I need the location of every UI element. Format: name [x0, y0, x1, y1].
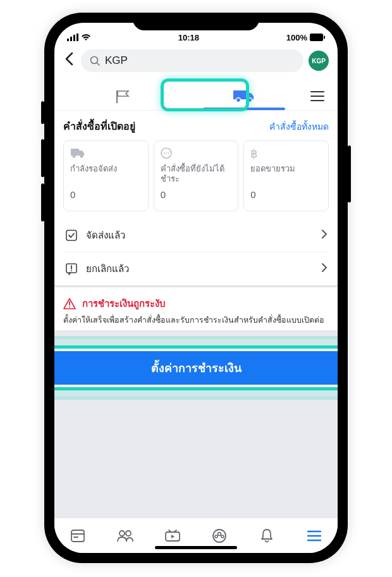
side-button — [41, 139, 44, 177]
svg-point-18 — [166, 152, 167, 154]
bell-icon — [260, 528, 274, 543]
svg-point-15 — [80, 155, 83, 158]
setup-payment-button[interactable]: ตั้งค่าการชำระเงิน — [54, 351, 338, 385]
search-icon — [90, 56, 100, 66]
all-orders-link[interactable]: คำสั่งซื้อทั้งหมด — [269, 120, 329, 133]
warning-icon — [63, 298, 76, 309]
search-value: KGP — [105, 54, 128, 67]
signal-icon — [67, 34, 78, 41]
alert-description: ตั้งค่าให้เสร็จเพื่อสร้างคำสั่งซื้อและรั… — [63, 315, 329, 326]
screen: 10:18 100% KGP KGP — [54, 23, 338, 553]
payment-alert: การชำระเงินถูกระงับ ตั้งค่าให้เสร็จเพื่อ… — [54, 285, 338, 330]
svg-rect-21 — [66, 230, 77, 240]
nav-groups[interactable] — [207, 523, 232, 549]
menu-button[interactable] — [305, 90, 330, 102]
row-label: จัดส่งแล้ว — [86, 228, 314, 243]
side-button — [348, 146, 351, 202]
svg-point-30 — [119, 531, 125, 536]
flag-icon — [114, 89, 131, 104]
stat-unpaid[interactable]: คำสั่งซื้อที่ยังไม่ได้ชำระ 0 — [154, 140, 239, 211]
svg-point-26 — [69, 306, 70, 307]
open-orders-section: คำสั่งซื้อที่เปิดอยู่ คำสั่งซื้อทั้งหมด … — [54, 111, 338, 216]
cta-label: ตั้งค่าการชำระเงิน — [151, 362, 242, 375]
section-title: คำสั่งซื้อที่เปิดอยู่ — [63, 118, 135, 134]
svg-rect-27 — [71, 530, 84, 542]
status-battery: 100% — [286, 33, 325, 42]
nav-friends[interactable] — [113, 523, 138, 549]
svg-point-19 — [168, 152, 169, 154]
phone-frame: 10:18 100% KGP KGP — [44, 13, 348, 563]
svg-rect-4 — [310, 34, 323, 41]
stat-label: กำลังรอจัดส่ง — [70, 164, 142, 185]
stat-grid: กำลังรอจัดส่ง 0 คำสั่งซื้อที่ยังไม่ได้ชำ… — [63, 140, 329, 211]
battery-icon — [310, 34, 325, 41]
friends-icon — [116, 529, 134, 543]
section-header: คำสั่งซื้อที่เปิดอยู่ คำสั่งซื้อทั้งหมด — [63, 118, 329, 134]
svg-point-31 — [126, 531, 131, 536]
groups-icon — [212, 528, 227, 543]
status-signal — [67, 34, 91, 41]
hamburger-icon — [310, 90, 324, 102]
stat-value: 0 — [161, 189, 232, 200]
tabs — [54, 78, 338, 111]
nav-watch[interactable] — [160, 523, 185, 549]
order-status-rows: จัดส่งแล้ว ยกเลิกแล้ว — [54, 216, 338, 285]
wifi-icon — [81, 34, 91, 41]
chevron-left-icon — [64, 52, 73, 66]
chevron-right-icon — [321, 229, 328, 242]
tab-highlight — [161, 78, 249, 111]
svg-point-36 — [218, 532, 221, 535]
cta-highlight: ตั้งค่าการชำระเงิน — [54, 339, 338, 397]
comment-alert-icon — [65, 263, 78, 275]
svg-point-14 — [73, 155, 76, 158]
battery-percent: 100% — [286, 33, 307, 42]
row-label: ยกเลิกแล้ว — [86, 261, 314, 276]
nav-notifications[interactable] — [254, 523, 279, 549]
side-button — [41, 183, 44, 221]
home-indicator — [155, 546, 237, 549]
chevron-right-icon — [321, 263, 328, 276]
avatar[interactable]: KGP — [309, 51, 329, 71]
feed-icon — [70, 529, 85, 543]
truck-icon — [70, 147, 85, 159]
alert-title-row: การชำระเงินถูกระงับ — [63, 296, 329, 311]
svg-rect-3 — [77, 34, 78, 41]
back-button[interactable] — [62, 52, 76, 70]
row-cancelled[interactable]: ยกเลิกแล้ว — [63, 252, 329, 285]
baht-icon: ฿ — [250, 147, 259, 160]
svg-text:฿: ฿ — [250, 147, 257, 160]
stat-pending-shipping[interactable]: กำลังรอจัดส่ง 0 — [63, 140, 149, 211]
watch-icon — [164, 530, 181, 542]
status-time: 10:18 — [178, 33, 199, 42]
stat-total-sales[interactable]: ฿ ยอดขายรวม 0 — [243, 140, 329, 211]
row-shipped[interactable]: จัดส่งแล้ว — [63, 219, 329, 252]
stat-value: 0 — [250, 189, 322, 200]
svg-rect-2 — [73, 35, 75, 41]
svg-rect-5 — [324, 36, 325, 39]
nav-feed[interactable] — [65, 523, 90, 549]
stat-label: ยอดขายรวม — [250, 164, 322, 185]
avatar-label: KGP — [312, 58, 326, 65]
hamburger-icon — [307, 530, 321, 542]
svg-line-7 — [97, 63, 99, 65]
header: KGP KGP — [54, 46, 338, 78]
pending-icon — [161, 147, 172, 159]
side-button — [41, 101, 44, 124]
search-input[interactable]: KGP — [81, 49, 303, 72]
nav-menu[interactable] — [302, 523, 327, 549]
cta-highlight-inner: ตั้งค่าการชำระเงิน — [54, 345, 338, 390]
checkbox-icon — [65, 229, 78, 242]
svg-rect-0 — [67, 39, 69, 41]
svg-point-17 — [163, 152, 164, 154]
phone-notch — [133, 13, 259, 30]
alert-title: การชำระเงินถูกระงับ — [82, 296, 166, 311]
stat-label: คำสั่งซื้อที่ยังไม่ได้ชำระ — [161, 164, 232, 185]
svg-point-38 — [221, 535, 224, 538]
stat-value: 0 — [70, 189, 142, 200]
svg-point-24 — [71, 270, 72, 271]
svg-point-37 — [215, 535, 217, 538]
svg-rect-1 — [70, 37, 72, 41]
